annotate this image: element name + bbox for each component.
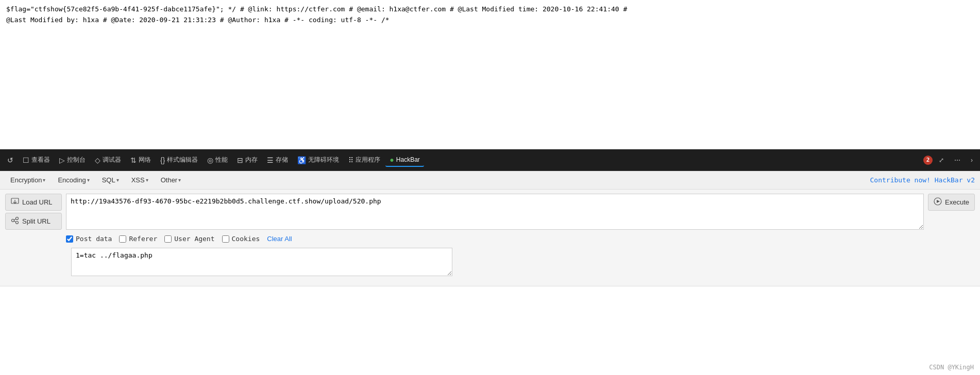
encoding-menu[interactable]: Encoding ▾ bbox=[53, 174, 94, 186]
load-url-label: Load URL bbox=[22, 198, 53, 206]
sql-arrow: ▾ bbox=[116, 177, 119, 183]
encoding-arrow: ▾ bbox=[87, 177, 90, 183]
devtools-expand-btn[interactable]: ⤢ bbox=[935, 155, 948, 166]
devtools-tab-inspector[interactable]: ☐ 查看器 bbox=[19, 154, 54, 166]
devtools-tab-performance[interactable]: ◎ 性能 bbox=[203, 154, 232, 166]
devtools-toolbar: ↺ ☐ 查看器 ▷ 控制台 ◇ 调试器 ⇅ 网络 {} 样式编辑器 ◎ 性能 ⊟… bbox=[0, 149, 980, 171]
encryption-menu[interactable]: Encryption ▾ bbox=[5, 174, 50, 186]
devtools-tab-memory[interactable]: ⊟ 内存 bbox=[233, 154, 262, 166]
user-agent-checkbox[interactable] bbox=[164, 235, 172, 243]
execute-area: Execute bbox=[928, 194, 975, 282]
hackbar-post-area bbox=[66, 248, 924, 282]
referer-checkbox-label[interactable]: Referer bbox=[119, 235, 157, 243]
other-label: Other bbox=[161, 176, 178, 184]
accessibility-label: 无障碍环境 bbox=[308, 156, 339, 164]
devtools-refresh-btn[interactable]: ↺ bbox=[3, 154, 18, 166]
network-icon: ⇅ bbox=[130, 156, 137, 164]
hackbar-left-buttons: Load URL Split URL bbox=[5, 194, 62, 282]
referer-checkbox[interactable] bbox=[119, 235, 126, 243]
devtools-tab-console[interactable]: ▷ 控制台 bbox=[55, 154, 90, 166]
watermark: CSDN @YKingH bbox=[929, 364, 974, 371]
hackbar-circle-icon: ● bbox=[390, 156, 394, 164]
cookies-checkbox[interactable] bbox=[222, 235, 229, 243]
error-badge: 2 bbox=[923, 156, 933, 165]
devtools-tab-application[interactable]: ⠿ 应用程序 bbox=[344, 154, 384, 166]
debugger-label: 调试器 bbox=[103, 156, 121, 164]
content-line1: $flag="ctfshow{57ce82f5-6a9b-4f41-925f-d… bbox=[6, 4, 974, 15]
user-agent-label: User Agent bbox=[174, 235, 214, 243]
console-label: 控制台 bbox=[67, 156, 86, 164]
memory-icon: ⊟ bbox=[237, 156, 243, 164]
devtools-tab-network[interactable]: ⇅ 网络 bbox=[126, 154, 155, 166]
debugger-icon: ◇ bbox=[95, 156, 100, 164]
storage-icon: ☰ bbox=[267, 156, 274, 164]
clear-all-button[interactable]: Clear All bbox=[267, 235, 292, 243]
encryption-arrow: ▾ bbox=[43, 177, 45, 183]
devtools-close-btn[interactable]: › bbox=[967, 155, 977, 166]
style-label: 样式编辑器 bbox=[167, 156, 198, 164]
inspector-label: 查看器 bbox=[31, 156, 50, 164]
inspector-icon: ☐ bbox=[23, 156, 29, 164]
devtools-tab-debugger[interactable]: ◇ 调试器 bbox=[91, 154, 125, 166]
sql-label: SQL bbox=[102, 176, 115, 184]
xss-arrow: ▾ bbox=[146, 177, 148, 183]
network-label: 网络 bbox=[139, 156, 151, 164]
post-data-checkbox[interactable] bbox=[66, 235, 73, 243]
post-data-checkbox-label[interactable]: Post data bbox=[66, 235, 112, 243]
devtools-more-btn[interactable]: ⋯ bbox=[950, 155, 965, 166]
execute-label: Execute bbox=[945, 198, 969, 206]
svg-point-4 bbox=[16, 221, 19, 224]
hackbar-url-area: Post data Referer User Agent Cookies Cle… bbox=[66, 194, 924, 282]
cookies-label: Cookies bbox=[232, 235, 260, 243]
more-icon: ⋯ bbox=[954, 157, 960, 164]
accessibility-icon: ♿ bbox=[297, 156, 306, 164]
post-data-row: Post data Referer User Agent Cookies Cle… bbox=[66, 233, 924, 245]
load-url-icon bbox=[11, 197, 19, 207]
referer-label: Referer bbox=[129, 235, 157, 243]
application-icon: ⠿ bbox=[348, 156, 353, 164]
top-content-area: $flag="ctfshow{57ce82f5-6a9b-4f41-925f-d… bbox=[0, 0, 980, 149]
application-label: 应用程序 bbox=[356, 156, 380, 164]
svg-line-6 bbox=[14, 221, 16, 222]
encoding-label: Encoding bbox=[58, 176, 86, 184]
style-icon: {} bbox=[160, 156, 165, 164]
hackbar-tab-label: HackBar bbox=[396, 156, 420, 163]
hackbar-menu-bar: Encryption ▾ Encoding ▾ SQL ▾ XSS ▾ Othe… bbox=[0, 171, 980, 190]
split-url-label: Split URL bbox=[22, 217, 50, 225]
svg-point-3 bbox=[16, 217, 19, 220]
devtools-tab-hackbar[interactable]: ● HackBar bbox=[385, 154, 424, 167]
devtools-tab-storage[interactable]: ☰ 存储 bbox=[263, 154, 292, 166]
perf-icon: ◎ bbox=[207, 156, 213, 164]
refresh-icon: ↺ bbox=[7, 156, 13, 164]
sql-menu[interactable]: SQL ▾ bbox=[97, 174, 124, 186]
perf-label: 性能 bbox=[215, 156, 228, 164]
storage-label: 存储 bbox=[276, 156, 288, 164]
xss-menu[interactable]: XSS ▾ bbox=[126, 174, 154, 186]
hackbar-panel: Encryption ▾ Encoding ▾ SQL ▾ XSS ▾ Othe… bbox=[0, 171, 980, 286]
svg-point-2 bbox=[12, 219, 14, 222]
other-menu[interactable]: Other ▾ bbox=[156, 174, 187, 186]
split-url-button[interactable]: Split URL bbox=[5, 213, 62, 230]
close-icon: › bbox=[971, 157, 973, 164]
contribute-link[interactable]: Contribute now! HackBar v2 bbox=[870, 176, 975, 184]
devtools-tab-accessibility[interactable]: ♿ 无障碍环境 bbox=[293, 154, 343, 166]
clear-all-label: Clear All bbox=[267, 235, 292, 243]
split-url-icon bbox=[11, 216, 19, 226]
url-input[interactable] bbox=[66, 194, 924, 230]
xss-label: XSS bbox=[131, 176, 145, 184]
execute-icon bbox=[934, 197, 942, 207]
content-line2: @Last Modified by: h1xa # @Date: 2020-09… bbox=[6, 15, 974, 26]
execute-button[interactable]: Execute bbox=[928, 194, 975, 211]
expand-icon: ⤢ bbox=[939, 157, 944, 164]
post-data-label: Post data bbox=[76, 235, 112, 243]
memory-label: 内存 bbox=[245, 156, 258, 164]
svg-marker-8 bbox=[937, 200, 940, 203]
devtools-tab-style-editor[interactable]: {} 样式编辑器 bbox=[156, 154, 202, 166]
user-agent-checkbox-label[interactable]: User Agent bbox=[164, 235, 214, 243]
devtools-right-controls: 2 ⤢ ⋯ › bbox=[923, 155, 977, 166]
console-icon: ▷ bbox=[59, 156, 65, 164]
cookies-checkbox-label[interactable]: Cookies bbox=[222, 235, 260, 243]
svg-line-5 bbox=[14, 219, 16, 220]
load-url-button[interactable]: Load URL bbox=[5, 194, 62, 211]
post-data-input[interactable] bbox=[71, 248, 452, 276]
